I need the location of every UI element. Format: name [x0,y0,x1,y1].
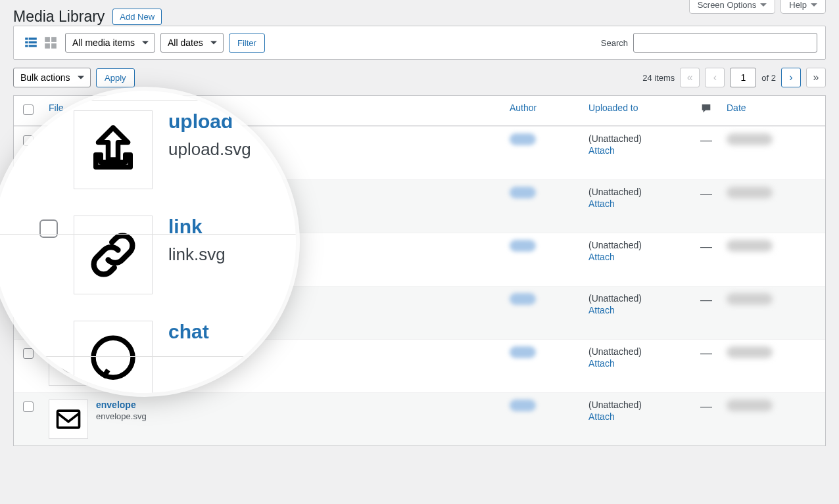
apply-button[interactable]: Apply [96,68,135,87]
attach-link[interactable]: Attach [588,305,687,315]
comments-dash: — [700,133,712,147]
author-blurred [510,400,536,411]
page-title-text: Media Library [13,8,105,26]
pagination: 24 items « ‹ of 2 › » [642,68,826,87]
comments-dash: — [700,187,712,200]
date-blurred [727,240,773,252]
dates-select[interactable]: All dates [160,33,224,53]
help-label: Help [789,0,807,10]
grid-icon [43,35,58,50]
svg-rect-7 [51,37,57,42]
next-page-button[interactable]: › [781,68,801,87]
page-of-label: of 2 [761,73,776,83]
upload-icon [84,120,143,179]
comments-dash: — [700,240,712,253]
media-title-link[interactable]: chat [168,321,209,343]
date-blurred [727,293,773,305]
svg-rect-8 [45,43,50,49]
current-page-input[interactable] [730,68,756,87]
date-blurred [727,187,773,198]
list-view-button[interactable] [22,34,40,52]
screen-options-label: Screen Options [698,0,757,10]
author-blurred [510,293,536,305]
attach-link[interactable]: Attach [588,358,687,369]
uploaded-to-text: (Unattached) [588,240,642,250]
media-filename: upload.svg [168,139,251,160]
first-page-button[interactable]: « [680,68,700,87]
media-filename: link.svg [168,244,226,265]
author-blurred [510,346,536,358]
uploaded-to-text: (Unattached) [588,400,642,410]
svg-rect-1 [29,37,37,39]
svg-rect-4 [25,45,28,47]
filter-button[interactable]: Filter [229,34,265,53]
column-date[interactable]: Date [727,103,746,113]
help-button[interactable]: Help [780,0,826,14]
filter-bar: All media items All dates Filter Search [13,26,826,60]
attach-link[interactable]: Attach [588,198,687,209]
media-thumbnail[interactable] [74,216,153,294]
column-file[interactable]: File [49,103,64,113]
list-icon [24,35,38,50]
author-blurred [510,240,536,252]
chevron-down-icon [760,3,767,7]
svg-rect-6 [45,37,50,42]
chat-icon [84,331,143,390]
search-label: Search [601,38,628,48]
date-blurred [727,133,773,145]
author-blurred [510,187,536,198]
item-count: 24 items [642,73,675,83]
prev-page-button[interactable]: ‹ [705,68,725,87]
grid-view-button[interactable] [41,34,60,52]
search-input[interactable] [633,33,817,53]
attach-link[interactable]: Attach [588,252,687,262]
svg-rect-3 [29,41,37,43]
svg-rect-9 [51,43,57,49]
comments-icon [700,103,712,114]
media-title-link[interactable]: envelope [96,400,136,410]
uploaded-to-text: (Unattached) [588,133,642,144]
media-thumbnail[interactable] [49,400,88,439]
attach-link[interactable]: Attach [588,411,687,422]
row-checkbox[interactable] [23,348,34,359]
svg-rect-2 [25,41,28,43]
media-filename: envelope.svg [96,411,147,421]
magnifier-overlay: upload upload.svg link link.svg chat [0,91,296,393]
date-blurred [727,346,773,358]
svg-rect-5 [29,45,37,47]
column-uploaded-to[interactable]: Uploaded to [588,103,638,113]
row-checkbox[interactable] [23,401,34,412]
uploaded-to-text: (Unattached) [588,293,642,304]
svg-rect-0 [25,37,28,39]
select-all-checkbox[interactable] [23,104,34,115]
date-blurred [727,400,773,411]
uploaded-to-text: (Unattached) [588,187,642,197]
media-type-select[interactable]: All media items [65,33,155,53]
media-thumbnail[interactable] [74,110,153,189]
add-new-button[interactable]: Add New [112,9,162,25]
envelope-icon [54,405,83,434]
row-checkbox[interactable] [39,219,58,238]
comments-dash: — [700,400,712,413]
uploaded-to-text: (Unattached) [588,346,642,357]
screen-options-button[interactable]: Screen Options [689,0,776,14]
table-row: envelope envelope.svg (Unattached) Attac… [14,392,825,446]
chevron-down-icon [811,3,817,7]
last-page-button[interactable]: » [806,68,826,87]
bulk-actions-select[interactable]: Bulk actions [13,68,91,87]
comments-dash: — [700,346,712,359]
attach-link[interactable]: Attach [588,145,687,156]
column-author[interactable]: Author [510,103,537,113]
comments-dash: — [700,293,712,306]
author-blurred [510,133,536,145]
